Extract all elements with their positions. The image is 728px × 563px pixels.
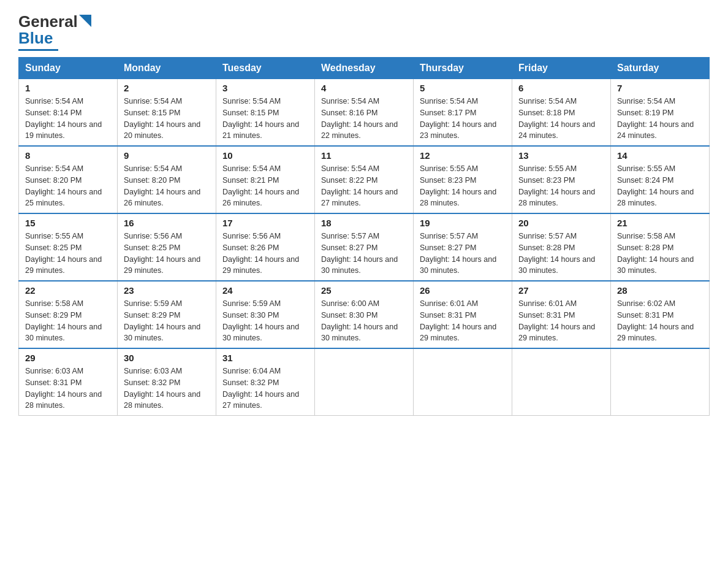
calendar-cell: 18 Sunrise: 5:57 AM Sunset: 8:27 PM Dayl… [315,213,414,281]
day-info: Sunrise: 6:04 AM Sunset: 8:32 PM Dayligh… [222,366,308,412]
calendar-cell: 15 Sunrise: 5:55 AM Sunset: 8:25 PM Dayl… [19,213,118,281]
day-number: 1 [25,83,111,93]
calendar-cell [512,348,611,416]
calendar-cell: 31 Sunrise: 6:04 AM Sunset: 8:32 PM Dayl… [216,348,315,416]
calendar-cell: 9 Sunrise: 5:54 AM Sunset: 8:20 PM Dayli… [118,146,216,213]
calendar-cell: 4 Sunrise: 5:54 AM Sunset: 8:16 PM Dayli… [315,79,414,147]
calendar-week-2: 8 Sunrise: 5:54 AM Sunset: 8:20 PM Dayli… [19,146,710,213]
calendar-cell: 29 Sunrise: 6:03 AM Sunset: 8:31 PM Dayl… [19,348,118,416]
day-info: Sunrise: 5:55 AM Sunset: 8:23 PM Dayligh… [518,163,604,209]
calendar-cell: 16 Sunrise: 5:56 AM Sunset: 8:25 PM Dayl… [118,213,216,281]
day-number: 30 [124,353,210,363]
day-number: 13 [518,150,604,161]
day-info: Sunrise: 5:57 AM Sunset: 8:27 PM Dayligh… [420,231,506,277]
calendar-cell [414,348,512,416]
day-number: 11 [321,150,407,161]
header-wednesday: Wednesday [315,58,414,79]
header-friday: Friday [512,58,611,79]
day-info: Sunrise: 6:01 AM Sunset: 8:31 PM Dayligh… [420,298,506,344]
calendar-cell: 12 Sunrise: 5:55 AM Sunset: 8:23 PM Dayl… [414,146,512,213]
calendar-cell: 3 Sunrise: 5:54 AM Sunset: 8:15 PM Dayli… [216,79,315,147]
page-header: General Blue [18,12,710,51]
calendar-cell: 27 Sunrise: 6:01 AM Sunset: 8:31 PM Dayl… [512,281,611,348]
day-number: 23 [124,285,210,296]
day-info: Sunrise: 5:55 AM Sunset: 8:24 PM Dayligh… [617,163,703,209]
day-number: 19 [420,218,506,228]
day-info: Sunrise: 5:58 AM Sunset: 8:29 PM Dayligh… [25,298,111,344]
day-info: Sunrise: 5:57 AM Sunset: 8:27 PM Dayligh… [321,231,407,277]
day-info: Sunrise: 5:59 AM Sunset: 8:30 PM Dayligh… [222,298,308,344]
svg-marker-0 [79,15,91,27]
calendar-cell: 23 Sunrise: 5:59 AM Sunset: 8:29 PM Dayl… [118,281,216,348]
day-info: Sunrise: 5:54 AM Sunset: 8:14 PM Dayligh… [25,96,111,142]
day-number: 24 [222,285,308,296]
day-number: 22 [25,285,111,296]
day-info: Sunrise: 5:54 AM Sunset: 8:17 PM Dayligh… [420,96,506,142]
day-info: Sunrise: 5:59 AM Sunset: 8:29 PM Dayligh… [124,298,210,344]
calendar-cell: 1 Sunrise: 5:54 AM Sunset: 8:14 PM Dayli… [19,79,118,147]
calendar-cell: 26 Sunrise: 6:01 AM Sunset: 8:31 PM Dayl… [414,281,512,348]
calendar-cell: 2 Sunrise: 5:54 AM Sunset: 8:15 PM Dayli… [118,79,216,147]
header-monday: Monday [118,58,216,79]
calendar-cell: 21 Sunrise: 5:58 AM Sunset: 8:28 PM Dayl… [611,213,710,281]
calendar-cell: 13 Sunrise: 5:55 AM Sunset: 8:23 PM Dayl… [512,146,611,213]
day-number: 29 [25,353,111,363]
calendar-cell: 17 Sunrise: 5:56 AM Sunset: 8:26 PM Dayl… [216,213,315,281]
day-info: Sunrise: 5:54 AM Sunset: 8:16 PM Dayligh… [321,96,407,142]
calendar-table: SundayMondayTuesdayWednesdayThursdayFrid… [18,57,710,416]
day-info: Sunrise: 5:54 AM Sunset: 8:20 PM Dayligh… [124,163,210,209]
day-info: Sunrise: 6:03 AM Sunset: 8:31 PM Dayligh… [25,366,111,412]
calendar-cell: 19 Sunrise: 5:57 AM Sunset: 8:27 PM Dayl… [414,213,512,281]
calendar-cell: 8 Sunrise: 5:54 AM Sunset: 8:20 PM Dayli… [19,146,118,213]
day-number: 26 [420,285,506,296]
day-number: 5 [420,83,506,93]
day-info: Sunrise: 5:54 AM Sunset: 8:15 PM Dayligh… [124,96,210,142]
day-number: 6 [518,83,604,93]
calendar-cell: 30 Sunrise: 6:03 AM Sunset: 8:32 PM Dayl… [118,348,216,416]
day-info: Sunrise: 5:57 AM Sunset: 8:28 PM Dayligh… [518,231,604,277]
day-info: Sunrise: 6:02 AM Sunset: 8:31 PM Dayligh… [617,298,703,344]
day-number: 16 [124,218,210,228]
header-thursday: Thursday [414,58,512,79]
logo-blue: Blue [18,29,53,48]
calendar-cell: 25 Sunrise: 6:00 AM Sunset: 8:30 PM Dayl… [315,281,414,348]
day-info: Sunrise: 6:03 AM Sunset: 8:32 PM Dayligh… [124,366,210,412]
calendar-cell: 11 Sunrise: 5:54 AM Sunset: 8:22 PM Dayl… [315,146,414,213]
day-info: Sunrise: 5:54 AM Sunset: 8:18 PM Dayligh… [518,96,604,142]
day-number: 18 [321,218,407,228]
day-info: Sunrise: 6:01 AM Sunset: 8:31 PM Dayligh… [518,298,604,344]
calendar-cell: 5 Sunrise: 5:54 AM Sunset: 8:17 PM Dayli… [414,79,512,147]
calendar-cell: 14 Sunrise: 5:55 AM Sunset: 8:24 PM Dayl… [611,146,710,213]
day-info: Sunrise: 5:55 AM Sunset: 8:25 PM Dayligh… [25,231,111,277]
day-info: Sunrise: 5:56 AM Sunset: 8:26 PM Dayligh… [222,231,308,277]
day-number: 15 [25,218,111,228]
day-info: Sunrise: 5:56 AM Sunset: 8:25 PM Dayligh… [124,231,210,277]
day-number: 21 [617,218,703,228]
day-number: 9 [124,150,210,161]
day-number: 31 [222,353,308,363]
logo: General Blue [18,12,91,51]
day-number: 28 [617,285,703,296]
day-info: Sunrise: 5:54 AM Sunset: 8:20 PM Dayligh… [25,163,111,209]
calendar-cell [315,348,414,416]
calendar-cell: 22 Sunrise: 5:58 AM Sunset: 8:29 PM Dayl… [19,281,118,348]
day-number: 14 [617,150,703,161]
header-sunday: Sunday [19,58,118,79]
day-number: 4 [321,83,407,93]
header-saturday: Saturday [611,58,710,79]
day-info: Sunrise: 5:54 AM Sunset: 8:15 PM Dayligh… [222,96,308,142]
calendar-cell [611,348,710,416]
calendar-cell: 6 Sunrise: 5:54 AM Sunset: 8:18 PM Dayli… [512,79,611,147]
day-info: Sunrise: 5:58 AM Sunset: 8:28 PM Dayligh… [617,231,703,277]
day-info: Sunrise: 5:55 AM Sunset: 8:23 PM Dayligh… [420,163,506,209]
calendar-cell: 7 Sunrise: 5:54 AM Sunset: 8:19 PM Dayli… [611,79,710,147]
day-number: 20 [518,218,604,228]
calendar-week-1: 1 Sunrise: 5:54 AM Sunset: 8:14 PM Dayli… [19,79,710,147]
calendar-week-5: 29 Sunrise: 6:03 AM Sunset: 8:31 PM Dayl… [19,348,710,416]
day-number: 12 [420,150,506,161]
calendar-cell: 20 Sunrise: 5:57 AM Sunset: 8:28 PM Dayl… [512,213,611,281]
day-number: 2 [124,83,210,93]
day-info: Sunrise: 5:54 AM Sunset: 8:19 PM Dayligh… [617,96,703,142]
calendar-cell: 28 Sunrise: 6:02 AM Sunset: 8:31 PM Dayl… [611,281,710,348]
day-number: 7 [617,83,703,93]
